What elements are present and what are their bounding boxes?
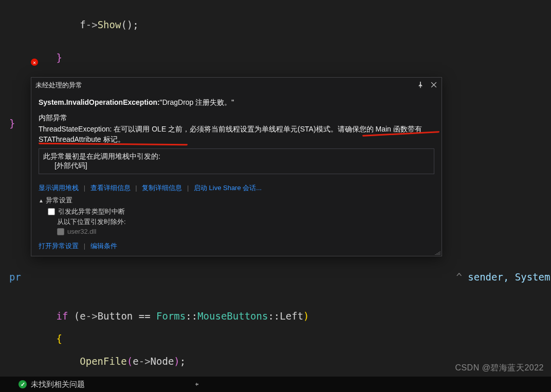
code-line: }: [9, 49, 551, 66]
exception-settings-header[interactable]: ▲ 异常设置: [39, 196, 434, 205]
inner-exception-label: 内部异常: [39, 114, 434, 123]
show-callstack-link[interactable]: 显示调用堆栈: [39, 184, 79, 192]
code-line: {: [9, 333, 550, 344]
code-line: f->Show();: [9, 16, 551, 33]
method-name: Show: [98, 19, 121, 30]
exception-settings-section: ▲ 异常设置 引发此异常类型时中断 从以下位置引发时除外: user32.dll: [39, 196, 434, 235]
exception-text: "DragDrop 注册失败。": [160, 98, 234, 106]
resize-grip-icon[interactable]: [433, 248, 440, 255]
brace-close: }: [9, 118, 15, 129]
popup-footer: 打开异常设置 | 编辑条件: [31, 241, 442, 256]
error-breakpoint-icon[interactable]: ✕: [31, 59, 38, 66]
collapse-triangle-icon: ▲: [39, 198, 44, 203]
except-from-row: 从以下位置引发时除外:: [48, 217, 434, 227]
start-liveshare-link[interactable]: 启动 Live Share 会话...: [194, 184, 262, 192]
break-on-type-checkbox[interactable]: [48, 208, 55, 215]
callstack-box: 此异常最初是在此调用堆栈中引发的: [外部代码]: [39, 148, 434, 174]
action-links: 显示调用堆栈 | 查看详细信息 | 复制详细信息 | 启动 Live Share…: [39, 183, 434, 193]
brace-close: }: [57, 52, 62, 63]
callstack-item: [外部代码]: [43, 161, 430, 171]
identifier: f: [80, 19, 85, 30]
status-bar: ✓ 未找到相关问题: [0, 377, 551, 392]
pin-icon[interactable]: [417, 81, 424, 90]
code-line: OpenFile(e->Node);: [9, 356, 550, 367]
annotation-underline: [39, 143, 188, 146]
view-details-link[interactable]: 查看详细信息: [90, 184, 131, 192]
caret-op: ^: [456, 271, 462, 283]
close-icon[interactable]: [430, 81, 437, 90]
status-message: 未找到相关问题: [31, 380, 85, 389]
exception-settings-label: 异常设置: [46, 196, 72, 205]
popup-body: System.InvalidOperationException:"DragDr…: [31, 93, 442, 241]
if-keyword: if: [57, 310, 68, 322]
status-ok-icon: ✓: [19, 380, 27, 388]
code-fragment: pr ^ sender, System if (e->Button == For…: [9, 260, 550, 392]
callstack-label: 此异常最初是在此调用堆栈中引发的:: [43, 152, 430, 161]
semicolon: ;: [133, 19, 138, 30]
popup-header: 未经处理的异常: [31, 78, 442, 93]
break-on-type-label: 引发此异常类型时中断: [58, 207, 125, 216]
exception-helper-popup: 未经处理的异常 System.InvalidOperationException…: [31, 77, 442, 256]
arrow-op: ->: [86, 19, 98, 30]
inner-exception-text: ThreadStateException: 在可以调用 OLE 之前，必须将当前…: [39, 124, 434, 144]
copy-details-link[interactable]: 复制详细信息: [142, 184, 182, 192]
open-exception-settings-link[interactable]: 打开异常设置: [39, 242, 79, 250]
except-from-label: 从以下位置引发时除外:: [48, 217, 126, 227]
panel-resize-handle[interactable]: [195, 377, 198, 392]
popup-title: 未经处理的异常: [35, 81, 417, 90]
code-line: if (e->Button == Forms::MouseButtons::Le…: [9, 310, 550, 322]
edit-conditions-link[interactable]: 编辑条件: [90, 242, 117, 250]
exception-type: System.InvalidOperationException:: [39, 98, 160, 106]
exception-message: System.InvalidOperationException:"DragDr…: [39, 98, 434, 107]
parens: (): [121, 19, 133, 30]
module-label: user32.dll: [67, 228, 96, 235]
module-exception-row: user32.dll: [48, 228, 434, 235]
break-on-type-row: 引发此异常类型时中断: [48, 207, 434, 216]
module-checkbox: [57, 228, 64, 235]
